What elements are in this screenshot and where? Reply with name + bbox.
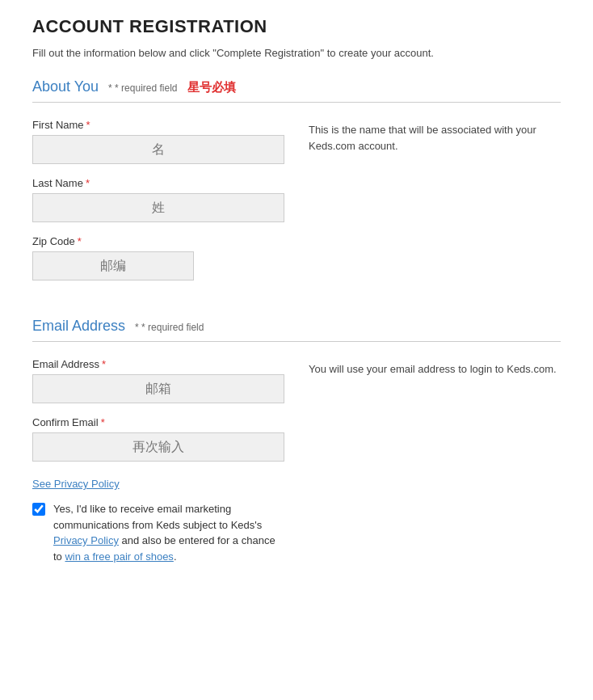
zip-code-input[interactable] <box>32 251 194 280</box>
email-label: Email Address* <box>32 358 284 370</box>
email-section: Email Address * * required field Email A… <box>32 318 561 564</box>
page-subtitle: Fill out the information below and click… <box>32 47 561 59</box>
last-name-star: * <box>86 177 90 189</box>
email-form-left: Email Address* Confirm Email* See Privac… <box>32 358 284 564</box>
about-name-hint: This is the name that will be associated… <box>309 119 561 154</box>
last-name-group: Last Name* <box>32 177 284 222</box>
email-required-label: * * required field <box>135 322 204 333</box>
confirm-email-input[interactable] <box>32 432 284 462</box>
about-you-section: About You * * required field 星号必填 First … <box>32 78 561 293</box>
privacy-inline-link[interactable]: Privacy Policy <box>53 534 119 546</box>
last-name-label: Last Name* <box>32 177 284 189</box>
marketing-checkbox[interactable] <box>32 503 45 516</box>
about-form-row: First Name* Last Name* Zip Code* This is… <box>32 119 561 293</box>
confirm-email-group: Confirm Email* <box>32 416 284 462</box>
about-form-left: First Name* Last Name* Zip Code* <box>32 119 284 293</box>
first-name-input[interactable] <box>32 135 284 164</box>
page-title: ACCOUNT REGISTRATION <box>32 16 561 37</box>
zip-code-label: Zip Code* <box>32 235 284 247</box>
email-hint: You will use your email address to login… <box>309 358 561 377</box>
last-name-input[interactable] <box>32 193 284 222</box>
email-divider <box>32 341 561 342</box>
first-name-label: First Name* <box>32 119 284 131</box>
email-group: Email Address* <box>32 358 284 403</box>
zip-code-group: Zip Code* <box>32 235 284 280</box>
about-required-label: * * required field <box>108 82 177 94</box>
confirm-email-star: * <box>101 416 105 428</box>
about-you-title: About You <box>32 78 99 95</box>
about-required-chinese: 星号必填 <box>187 80 236 95</box>
marketing-checkbox-text: Yes, I'd like to receive email marketing… <box>53 501 284 564</box>
email-star: * <box>102 358 106 370</box>
first-name-star: * <box>86 119 90 131</box>
email-input[interactable] <box>32 374 284 403</box>
about-divider <box>32 102 561 103</box>
email-header: Email Address * * required field <box>32 318 561 335</box>
about-you-header: About You * * required field 星号必填 <box>32 78 561 95</box>
privacy-policy-link[interactable]: See Privacy Policy <box>32 478 120 490</box>
win-link[interactable]: win a free pair of shoes <box>65 550 173 563</box>
marketing-checkbox-row: Yes, I'd like to receive email marketing… <box>32 501 284 564</box>
zip-code-star: * <box>78 235 82 247</box>
confirm-email-label: Confirm Email* <box>32 416 284 428</box>
email-section-title: Email Address <box>32 318 125 335</box>
first-name-group: First Name* <box>32 119 284 164</box>
email-form-row: Email Address* Confirm Email* See Privac… <box>32 358 561 564</box>
